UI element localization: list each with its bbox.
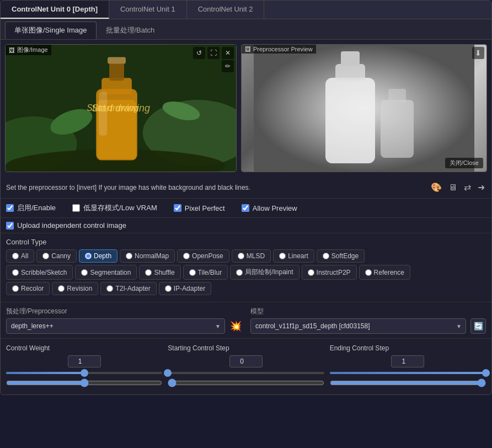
tab-batch[interactable]: 批量处理/Batch (97, 22, 164, 39)
palette-button[interactable]: 🎨 (430, 181, 443, 194)
radio-canny[interactable]: Canny (36, 249, 77, 263)
starting-step-value[interactable] (229, 355, 263, 367)
model-col: 模型 control_v11f1p_sd15_depth [cfd03158] … (250, 307, 486, 334)
ending-step-track (330, 372, 486, 374)
control-type-label: Control Type (6, 238, 486, 246)
display-button[interactable]: 🖥 (447, 182, 458, 194)
ending-step-group: Ending Control Step (330, 344, 486, 389)
model-field-label: 模型 (250, 307, 486, 316)
preprocessor-icon: 🖼 (245, 46, 251, 52)
fullscreen-button[interactable]: ⛶ (207, 47, 220, 59)
image-panel-header: 🖼 图像/Image (6, 45, 51, 55)
run-preprocessor-button[interactable]: 💥 (229, 320, 242, 332)
ending-step-slider[interactable] (330, 378, 486, 387)
radio-all[interactable]: All (6, 249, 34, 263)
control-weight-track (6, 372, 162, 374)
preprocessor-select[interactable]: depth_leres++ (6, 318, 225, 334)
ending-step-thumb[interactable] (482, 369, 490, 377)
download-preview-button[interactable]: ⬇ (472, 47, 484, 59)
upload-independent-checkbox[interactable] (6, 222, 14, 230)
radio-t2i[interactable]: T2I-Adapter (100, 282, 156, 295)
radio-openpose[interactable]: OpenPose (177, 249, 229, 263)
enable-option[interactable]: 启用/Enable (6, 203, 56, 213)
controlnet-panel: ControlNet Unit 0 [Depth] ControlNet Uni… (0, 0, 492, 395)
radio-softedge[interactable]: SoftEdge (317, 249, 365, 263)
edit-image-button[interactable]: ✏ (222, 60, 234, 72)
pixel-perfect-option[interactable]: Pixel Perfect (174, 204, 225, 212)
control-weight-value[interactable] (68, 355, 101, 367)
arrow-button[interactable]: ➜ (477, 181, 486, 194)
control-type-row-1: All Canny Depth NormalMap OpenPose MLSD … (6, 249, 486, 263)
radio-revision[interactable]: Revision (52, 282, 98, 295)
control-type-row-2: Scribble/Sketch Segmentation Shuffle Til… (6, 265, 486, 280)
preprocessor-model-row: 预处理/Preprocessor depth_leres++ ▼ 💥 模型 (6, 307, 486, 334)
preprocessor-select-wrapper: depth_leres++ ▼ (6, 318, 225, 334)
main-image-canvas[interactable]: Start drawing (6, 45, 236, 172)
radio-recolor[interactable]: Recolor (6, 282, 50, 295)
model-select[interactable]: control_v11f1p_sd15_depth [cfd03158] (250, 318, 466, 334)
control-weight-slider[interactable] (6, 378, 162, 387)
info-icons: 🎨 🖥 ⇄ ➜ (430, 181, 486, 194)
radio-instructp2p[interactable]: InstructP2P (302, 265, 357, 280)
starting-step-thumb[interactable] (164, 369, 172, 377)
image-panel-label: 图像/Image (17, 46, 48, 54)
image-panel-main: 🖼 图像/Image ↺ ⛶ ✕ (5, 44, 237, 172)
close-preview-button[interactable]: 关闭/Close (445, 158, 483, 168)
control-weight-thumb[interactable] (81, 369, 88, 377)
ending-step-label: Ending Control Step (330, 344, 486, 352)
enable-label: 启用/Enable (17, 203, 56, 213)
radio-tile[interactable]: Tile/Blur (183, 265, 228, 280)
tab-controlnet-1[interactable]: ControlNet Unit 1 (109, 1, 187, 19)
tab-controlnet-2[interactable]: ControlNet Unit 2 (187, 1, 265, 19)
svg-rect-7 (108, 57, 126, 63)
radio-scribble[interactable]: Scribble/Sketch (6, 265, 73, 280)
control-weight-group: Control Weight (6, 344, 162, 389)
radio-ip-adapter[interactable]: IP-Adapter (159, 282, 211, 295)
radio-segmentation[interactable]: Segmentation (75, 265, 137, 280)
starting-step-slider[interactable] (168, 378, 324, 387)
swap-button[interactable]: ⇄ (463, 181, 472, 194)
preprocessor-preview-header: 🖼 Preprocessor Preview (242, 45, 316, 54)
control-type-row-3: Recolor Revision T2I-Adapter IP-Adapter (6, 282, 486, 295)
svg-rect-6 (109, 61, 124, 81)
control-type-section: Control Type All Canny Depth NormalMap O… (1, 233, 491, 302)
radio-mlsd[interactable]: MLSD (232, 249, 271, 263)
pixel-perfect-checkbox[interactable] (174, 204, 181, 212)
tab-single-image[interactable]: 单张图像/Single Image (5, 22, 97, 39)
refresh-model-button[interactable]: 🔄 (470, 318, 486, 334)
allow-preview-option[interactable]: Allow Preview (242, 204, 297, 212)
radio-lineart[interactable]: Lineart (273, 249, 314, 263)
inner-tabs-bar: 单张图像/Single Image 批量处理/Batch (1, 19, 491, 40)
pixel-perfect-label: Pixel Perfect (185, 204, 225, 212)
preprocessor-preview-panel: 🖼 Preprocessor Preview ⬇ (241, 44, 487, 172)
low-vram-checkbox[interactable] (72, 204, 80, 212)
undo-button[interactable]: ↺ (193, 47, 205, 59)
starting-step-track (168, 372, 324, 374)
radio-shuffle[interactable]: Shuffle (139, 265, 180, 280)
allow-preview-checkbox[interactable] (242, 204, 249, 212)
tab-controlnet-0[interactable]: ControlNet Unit 0 [Depth] (1, 1, 109, 19)
depth-preview-canvas (242, 45, 486, 172)
image-panel-actions: ↺ ⛶ ✕ (193, 47, 234, 59)
model-select-wrapper: control_v11f1p_sd15_depth [cfd03158] ▼ (250, 318, 466, 334)
preprocessor-col: 预处理/Preprocessor depth_leres++ ▼ 💥 (6, 307, 242, 334)
preprocessor-label: Preprocessor Preview (253, 46, 313, 52)
upload-row: Upload independent control image (1, 218, 491, 233)
close-image-button[interactable]: ✕ (222, 47, 234, 59)
upload-independent-label: Upload independent control image (17, 221, 126, 230)
allow-preview-label: Allow Preview (253, 204, 297, 212)
low-vram-label: 低显存模式/Low VRAM (83, 203, 157, 213)
top-tabs-bar: ControlNet Unit 0 [Depth] ControlNet Uni… (1, 1, 491, 19)
ending-step-value[interactable] (391, 355, 424, 367)
radio-normalmap[interactable]: NormalMap (120, 249, 175, 263)
radio-reference[interactable]: Reference (359, 265, 410, 280)
svg-rect-9 (99, 92, 107, 136)
control-weight-label: Control Weight (6, 344, 162, 352)
radio-inpaint[interactable]: 局部绘制/Inpaint (230, 265, 299, 280)
radio-depth[interactable]: Depth (79, 249, 117, 263)
enable-checkbox[interactable] (6, 204, 14, 212)
options-row: 启用/Enable 低显存模式/Low VRAM Pixel Perfect A… (1, 199, 491, 218)
image-row: 🖼 图像/Image ↺ ⛶ ✕ (1, 40, 491, 177)
info-row: Set the preprocessor to [invert] If your… (1, 177, 491, 199)
low-vram-option[interactable]: 低显存模式/Low VRAM (72, 203, 157, 213)
